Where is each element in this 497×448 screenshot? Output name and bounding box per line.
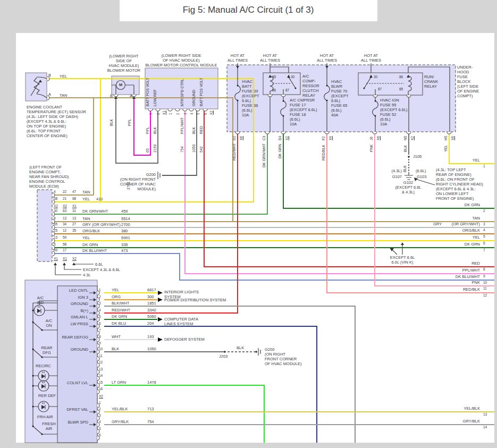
ecm-wire-circuit: 5991 xyxy=(121,235,130,240)
right-wire-color-label: RED/BLK xyxy=(463,287,480,292)
panel-pin-number: 4 xyxy=(99,308,101,312)
panel-pin-number: 1 xyxy=(99,401,101,405)
junction-dot xyxy=(41,433,43,435)
ground-location-note: (4.3L: TOP LEFT REAR OF ENGINE) (6.6L: O… xyxy=(436,167,483,201)
fuse-block-connector-label: X2 xyxy=(410,136,415,140)
panel-pin-number: 2 xyxy=(99,407,101,411)
fuse-block-connector-label: X6 xyxy=(451,136,455,140)
fuse-block-wire-color: YEL xyxy=(443,145,448,151)
wiring-diagram-page: Fig 5: Manual A/C Circuit (1 of 3) ENGIN… xyxy=(0,0,497,448)
panel-wire-color: BLK/WHT xyxy=(112,301,129,306)
right-row-number: 14 xyxy=(483,425,487,429)
fuse-block-pin-label: H5 xyxy=(444,136,448,140)
right-row-number: 12 xyxy=(483,293,487,298)
module-pin-name: BATT POS VOLT xyxy=(199,78,204,106)
relay1-pin-86: 86 xyxy=(272,88,276,92)
connector-bump xyxy=(281,132,285,134)
fuse-block-wire-color: PNK xyxy=(369,144,374,151)
ecm-pin: 13 xyxy=(72,216,76,221)
right-row-number: 8 xyxy=(483,267,485,272)
right-wire-color-label: RED xyxy=(471,261,480,266)
rear-dfg-label: REAR DFG xyxy=(41,345,53,355)
ecm-wire-color: YEL xyxy=(82,197,90,201)
panel-wire-color: WHT xyxy=(112,334,121,339)
right-wire-color-label: DK GRN xyxy=(465,202,480,207)
hot-at-all-times-3: HOT AT ALL TIMES xyxy=(317,53,337,63)
junction-dot xyxy=(283,100,284,102)
fuse-block-connector-label: X6 xyxy=(239,136,243,140)
g107-label: G107 xyxy=(392,174,402,179)
connector-bump xyxy=(156,109,160,111)
fuse-block-wire-color: DK GRN/WHT xyxy=(262,143,266,167)
module-pin-number: 5 xyxy=(196,113,200,115)
module-wire-circuit: 754 xyxy=(180,146,184,153)
panel-pin-number: 12 xyxy=(99,360,103,365)
ac-control-module-box xyxy=(57,286,97,443)
right-wire-color-label: DK BLU/WHT xyxy=(456,274,480,279)
motor-pin-a: A xyxy=(130,94,132,98)
relay2-pin-85: 85 xyxy=(399,87,403,91)
hot-at-all-times-1: HOT AT ALL TIMES xyxy=(228,53,248,63)
g200-top-label: G200 (ON RIGHT FRONT CORNER OF HVAC MODU… xyxy=(120,172,156,191)
ecm-wire-color: TAN xyxy=(82,216,90,221)
panel-pin-label: REAR DEFOG xyxy=(62,335,88,340)
ecm-wire-circuit: 380 xyxy=(121,229,128,233)
panel-pin-number: 6 xyxy=(99,322,101,326)
module-pin-number: 2 xyxy=(156,113,161,115)
ecm-pin: 5 xyxy=(54,242,56,247)
connector-bump xyxy=(281,95,285,97)
junction-dot xyxy=(370,77,372,78)
fuse-block-wire-color: RED/WHT xyxy=(232,143,237,161)
junction-dot xyxy=(375,100,376,102)
junction-dot xyxy=(283,115,284,117)
panel-wire-color: LT GRN xyxy=(112,380,126,385)
ecm-pin: 22 xyxy=(63,190,66,194)
fuse-block-wire-color: RED/BLK xyxy=(321,145,326,160)
right-row-number: 10 xyxy=(483,281,487,285)
panel-wire-circuit: 204 xyxy=(147,321,154,326)
panel-pin-number: 3 xyxy=(99,301,101,306)
underhood-fuse-block-label: UNDER- HOOD FUSE BLOCK (LEFT SIDE OF ENG… xyxy=(457,65,479,98)
motor-wire-b-label: BLK xyxy=(109,119,114,126)
motor-m-symbol: M xyxy=(119,82,122,87)
ecm-pin: 68 xyxy=(72,197,76,201)
panel-pin-number: 4 xyxy=(99,420,101,424)
connector-bump xyxy=(168,109,172,111)
ect-wire-a-label: TAN xyxy=(60,93,67,98)
panel-pin-number: 1 xyxy=(99,288,101,292)
ac-ind-label: A/C IND xyxy=(37,295,44,305)
ecm-wire-color: TAN xyxy=(82,190,90,195)
right-row-number: 9 xyxy=(483,274,485,278)
frh-air-label: FRH AIR xyxy=(37,415,53,419)
junction-dot xyxy=(41,329,43,331)
panel-wire-color: GRY/BLK xyxy=(112,419,129,424)
motor-wire-a-label: PPL xyxy=(127,119,132,126)
j105-blk-label: BLK xyxy=(402,165,407,172)
panel-wire-circuit: 300 xyxy=(147,294,154,299)
right-row-number: 2 xyxy=(483,209,485,213)
ac-cmprsr-fuse-label: A/C CMPRSR FUSE 17 (EXCEPT 6.6L) FUSE 18… xyxy=(290,98,317,126)
junction-dot xyxy=(326,85,328,87)
right-row-number: 6 xyxy=(483,241,485,246)
junction-dot xyxy=(408,156,410,158)
module-wire-color: PPL/WHT xyxy=(180,117,184,134)
connector-bump xyxy=(325,132,329,134)
g200-bottom-label: G200 (ON RIGHT FRONT CORNER OF HVAC MODU… xyxy=(265,347,301,366)
ecm-wire-circuit: 473 xyxy=(121,248,128,253)
ecm-connector-header: X1 xyxy=(72,204,77,208)
except-note: EXCEPT 6.6L 6.0L (VIN K) xyxy=(390,255,415,265)
ecm-pin: 30 xyxy=(54,209,57,213)
panel-pin-number: 13 xyxy=(99,367,103,371)
panel-pin-number: 5 xyxy=(99,315,101,319)
j203-label: J203 xyxy=(219,354,228,359)
right-row-number: 1 xyxy=(483,164,485,168)
panel-pin-label: DFRST VAL xyxy=(66,407,88,412)
right-row-number: 5 xyxy=(483,234,485,239)
system-destination-label: POWER DISTRIBUTION SYSTEM xyxy=(164,298,226,302)
right-row-number: 13 xyxy=(483,412,487,417)
ground-66l-label: (6.6L) xyxy=(416,168,426,173)
hvac-blwr-fuse-label: HVAC BLWR FUSE 70 (EXCEPT 6.6L) FUSE 65 … xyxy=(331,79,349,117)
panel-wire-circuit: 1050 xyxy=(147,346,156,351)
junction-dot xyxy=(237,100,239,102)
panel-pin-number: 2 xyxy=(99,295,101,299)
